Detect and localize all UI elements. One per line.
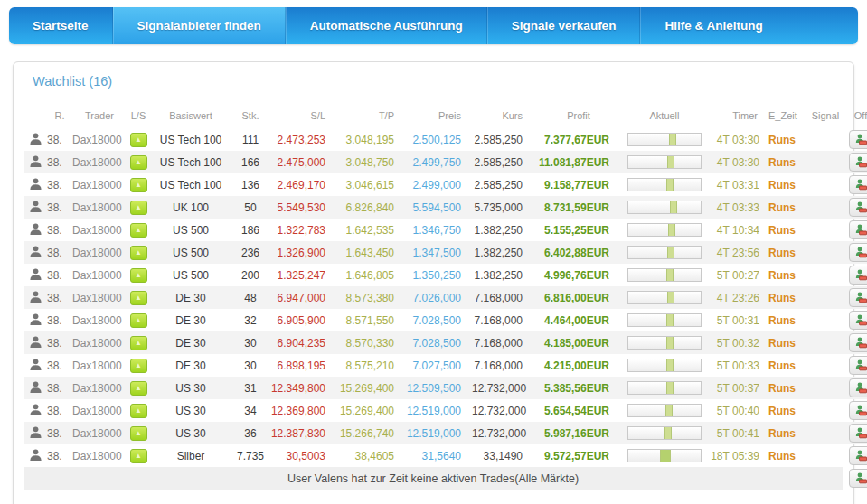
preis-cell: 2.499,000: [405, 173, 472, 196]
off-cell: [843, 219, 867, 241]
aktuell-slider[interactable]: [627, 178, 702, 191]
trader-name-cell[interactable]: Dax18000: [72, 173, 127, 196]
trader-name-cell[interactable]: Dax18000: [72, 309, 127, 331]
remove-trader-button[interactable]: [849, 401, 867, 420]
trader-name-cell[interactable]: Dax18000: [72, 444, 127, 467]
aktuell-slider[interactable]: [627, 426, 702, 440]
long-position-icon: ▲: [130, 246, 147, 260]
nav-item-signalanbieter-finden[interactable]: Signalanbieter finden: [113, 7, 286, 44]
profit-cell: 5.155,25EUR: [533, 219, 624, 241]
ezeit-cell: Runs: [768, 377, 808, 399]
signal-cell: [808, 354, 843, 377]
aktuell-slider[interactable]: [627, 155, 702, 169]
aktuell-slider[interactable]: [627, 381, 702, 395]
slider-knob[interactable]: [667, 292, 674, 303]
aktuell-slider[interactable]: [627, 223, 702, 237]
off-cell: [843, 196, 867, 219]
long-position-icon: ▲: [130, 381, 147, 396]
slider-knob[interactable]: [665, 405, 673, 416]
remove-trader-button[interactable]: [849, 243, 867, 262]
aktuell-slider[interactable]: [627, 291, 702, 304]
aktuell-slider[interactable]: [627, 404, 702, 417]
slider-knob[interactable]: [669, 134, 676, 145]
slider-knob[interactable]: [666, 314, 674, 326]
sl-cell: 1.322,783: [269, 219, 336, 241]
trader-name-cell[interactable]: Dax18000: [72, 399, 127, 422]
remove-trader-button[interactable]: [849, 153, 867, 172]
nav-item-hilfe-anleitung[interactable]: Hilfe & Anleitung: [640, 7, 787, 44]
off-cell: [843, 422, 867, 444]
trader-name-cell[interactable]: Dax18000: [72, 264, 127, 286]
aktuell-slider[interactable]: [627, 268, 702, 282]
watchlist-row: 38.Dax18000▲US Tech 1001362.469,1703.046…: [24, 173, 867, 196]
remove-trader-button[interactable]: [849, 266, 867, 285]
nav-item-startseite[interactable]: Startseite: [9, 7, 113, 44]
slider-knob[interactable]: [666, 359, 674, 371]
aktuell-slider[interactable]: [627, 246, 702, 259]
trader-name-cell[interactable]: Dax18000: [72, 151, 127, 173]
slider-knob[interactable]: [666, 382, 674, 394]
signal-cell: [808, 399, 843, 422]
stk-cell: 166: [231, 151, 269, 173]
trader-name-cell[interactable]: Dax18000: [72, 422, 127, 444]
slider-knob[interactable]: [660, 450, 671, 462]
aktuell-slider[interactable]: [627, 201, 702, 214]
aktuell-slider[interactable]: [627, 133, 702, 146]
slider-knob[interactable]: [670, 201, 677, 213]
trader-name-cell[interactable]: Dax18000: [72, 331, 127, 354]
off-cell: [843, 128, 867, 151]
slider-knob[interactable]: [664, 427, 672, 439]
kurs-cell: 7.168,000: [472, 331, 533, 354]
remove-trader-button[interactable]: [849, 288, 867, 307]
timer-cell: 4T 23:26: [705, 286, 768, 309]
remove-trader-button[interactable]: [849, 356, 867, 375]
aktuell-cell: [624, 331, 705, 354]
remove-trader-button[interactable]: [849, 333, 867, 352]
slider-knob[interactable]: [666, 179, 674, 191]
remove-trader-button[interactable]: [849, 424, 867, 443]
remove-trader-button[interactable]: [849, 446, 867, 465]
trader-name-cell[interactable]: Dax18000: [72, 241, 127, 264]
trader-name-cell[interactable]: Dax18000: [72, 354, 127, 377]
timer-cell: 5T 00:32: [705, 331, 768, 354]
nav-item-signale-verkaufen[interactable]: Signale verkaufen: [487, 7, 641, 44]
rank-cell: 38.: [47, 354, 72, 377]
remove-trader-button[interactable]: [849, 130, 867, 149]
slider-knob[interactable]: [666, 269, 674, 281]
rank-cell: 38.: [47, 173, 72, 196]
rank-cell: 38.: [47, 331, 72, 354]
remove-trader-button[interactable]: [849, 311, 867, 330]
remove-trader-button[interactable]: [849, 378, 867, 397]
trader-name-cell[interactable]: Dax18000: [72, 377, 127, 399]
aktuell-cell: [624, 286, 705, 309]
remove-trader-button[interactable]: [849, 175, 867, 194]
slider-knob[interactable]: [667, 156, 674, 168]
kurs-cell: 1.382,250: [472, 264, 533, 286]
header-timer: Timer: [705, 105, 768, 128]
trader-name-cell[interactable]: Dax18000: [72, 286, 127, 309]
remove-trader-button[interactable]: [849, 469, 867, 488]
trader-name-cell[interactable]: Dax18000: [72, 196, 127, 219]
remove-trader-button[interactable]: [849, 220, 867, 239]
aktuell-slider[interactable]: [627, 313, 702, 327]
profit-cell: 9.572,57EUR: [533, 444, 624, 467]
rank-cell: 38.: [47, 377, 72, 399]
aktuell-cell: [624, 377, 705, 399]
remove-trader-button[interactable]: [849, 198, 867, 217]
header-kurs: Kurs: [472, 105, 533, 128]
person-icon: [29, 358, 42, 371]
slider-knob[interactable]: [668, 224, 675, 236]
trader-name-cell[interactable]: Dax18000: [72, 128, 127, 151]
kurs-cell: 7.168,000: [472, 286, 533, 309]
nav-item-automatische-ausfuehrung[interactable]: Automatische Ausführung: [286, 7, 487, 44]
aktuell-slider[interactable]: [627, 449, 702, 462]
slider-knob[interactable]: [666, 337, 674, 349]
header-ezeit: E_Zeit: [768, 105, 808, 128]
aktuell-slider[interactable]: [627, 359, 702, 372]
slider-knob[interactable]: [667, 247, 674, 258]
trader-name-cell[interactable]: Dax18000: [72, 219, 127, 241]
rank-cell: 38.: [47, 196, 72, 219]
aktuell-slider[interactable]: [627, 336, 702, 350]
preis-cell: 12.509,500: [405, 377, 472, 399]
tp-cell: 3.046,615: [336, 173, 405, 196]
